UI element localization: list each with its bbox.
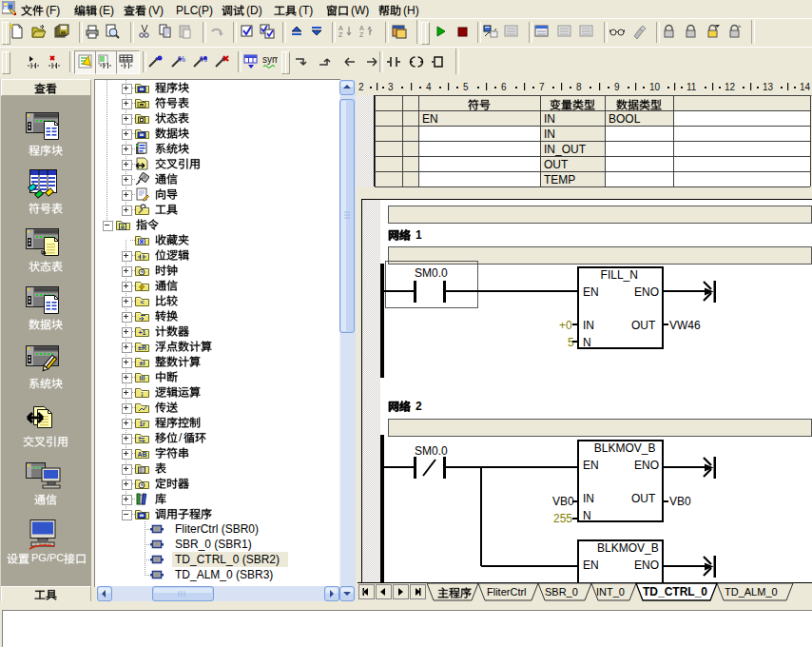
svg-text:<: < (140, 299, 144, 305)
svg-text:±I: ±I (140, 360, 145, 366)
svg-text:III: III (140, 375, 145, 382)
svg-text:5: 5 (463, 82, 469, 92)
svg-text:+1: +1 (139, 329, 146, 336)
svg-text:8: 8 (576, 82, 582, 92)
svg-text:AB: AB (137, 451, 146, 458)
svg-text:±R: ±R (138, 344, 146, 351)
svg-text:Z: Z (338, 31, 343, 38)
svg-text:¡­: ¡­ (141, 390, 143, 397)
svg-text:9: 9 (614, 82, 620, 92)
svg-text:14: 14 (800, 82, 811, 92)
svg-text:6: 6 (501, 82, 507, 92)
svg-text:13: 13 (763, 82, 774, 92)
svg-text:12: 12 (725, 82, 736, 92)
svg-text:2: 2 (358, 82, 364, 92)
svg-text:10: 10 (649, 82, 661, 92)
svg-text:7: 7 (539, 82, 545, 92)
svg-text:1r: 1r (139, 421, 145, 427)
svg-text:Z: Z (359, 31, 364, 38)
svg-text:sym: sym (262, 54, 278, 65)
svg-text:11: 11 (686, 82, 697, 92)
svg-text:3: 3 (388, 82, 394, 92)
svg-text:%: % (178, 54, 185, 64)
svg-text:4: 4 (426, 82, 432, 92)
svg-text:A: A (338, 25, 343, 31)
svg-text:A: A (359, 25, 364, 31)
